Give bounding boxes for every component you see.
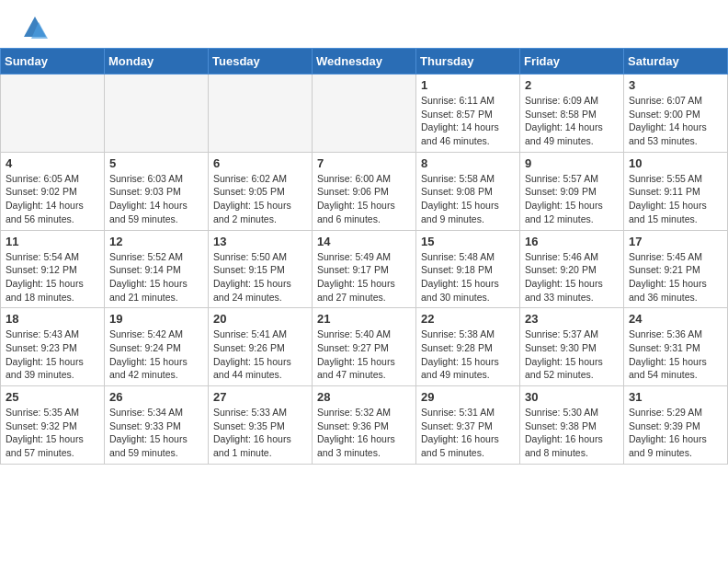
col-header-sunday: Sunday: [1, 49, 105, 75]
calendar-cell: 27Sunrise: 5:33 AMSunset: 9:35 PMDayligh…: [209, 386, 313, 465]
calendar-cell: 25Sunrise: 5:35 AMSunset: 9:32 PMDayligh…: [1, 386, 105, 465]
day-info: Sunrise: 5:49 AMSunset: 9:17 PMDaylight:…: [317, 250, 411, 304]
day-info: Sunrise: 6:09 AMSunset: 8:58 PMDaylight:…: [525, 94, 619, 148]
calendar-cell: 21Sunrise: 5:40 AMSunset: 9:27 PMDayligh…: [313, 308, 416, 386]
day-info: Sunrise: 5:38 AMSunset: 9:28 PMDaylight:…: [421, 327, 515, 382]
day-number: 6: [213, 156, 307, 170]
day-number: 8: [421, 156, 515, 170]
calendar-cell: 3Sunrise: 6:07 AMSunset: 9:00 PMDaylight…: [624, 75, 728, 153]
day-info: Sunrise: 5:43 AMSunset: 9:23 PMDaylight:…: [6, 327, 99, 382]
day-number: 25: [6, 390, 99, 404]
day-info: Sunrise: 5:32 AMSunset: 9:36 PMDaylight:…: [317, 406, 411, 460]
day-number: 18: [6, 312, 99, 326]
day-info: Sunrise: 5:45 AMSunset: 9:21 PMDaylight:…: [629, 250, 722, 304]
day-info: Sunrise: 5:54 AMSunset: 9:12 PMDaylight:…: [6, 250, 99, 304]
day-info: Sunrise: 5:34 AMSunset: 9:33 PMDaylight:…: [109, 406, 203, 460]
day-info: Sunrise: 6:07 AMSunset: 9:00 PMDaylight:…: [629, 94, 722, 148]
calendar-cell: 23Sunrise: 5:37 AMSunset: 9:30 PMDayligh…: [520, 308, 624, 386]
day-number: 29: [421, 390, 515, 404]
calendar-cell: 9Sunrise: 5:57 AMSunset: 9:09 PMDaylight…: [520, 152, 624, 230]
calendar-cell: 22Sunrise: 5:38 AMSunset: 9:28 PMDayligh…: [416, 308, 520, 386]
day-number: 22: [421, 312, 515, 326]
calendar-week-row: 18Sunrise: 5:43 AMSunset: 9:23 PMDayligh…: [1, 308, 728, 386]
calendar-cell: 5Sunrise: 6:03 AMSunset: 9:03 PMDaylight…: [105, 152, 209, 230]
calendar-table: SundayMondayTuesdayWednesdayThursdayFrid…: [0, 48, 728, 465]
calendar-cell: 18Sunrise: 5:43 AMSunset: 9:23 PMDayligh…: [1, 308, 105, 386]
calendar-week-row: 4Sunrise: 6:05 AMSunset: 9:02 PMDaylight…: [1, 152, 728, 230]
day-info: Sunrise: 5:42 AMSunset: 9:24 PMDaylight:…: [109, 327, 203, 382]
day-number: 4: [6, 156, 99, 170]
col-header-saturday: Saturday: [624, 49, 728, 75]
calendar-cell: 26Sunrise: 5:34 AMSunset: 9:33 PMDayligh…: [105, 386, 209, 465]
calendar-week-row: 11Sunrise: 5:54 AMSunset: 9:12 PMDayligh…: [1, 230, 728, 308]
day-info: Sunrise: 5:50 AMSunset: 9:15 PMDaylight:…: [213, 250, 307, 304]
day-number: 10: [629, 156, 722, 170]
calendar-cell: 11Sunrise: 5:54 AMSunset: 9:12 PMDayligh…: [1, 230, 105, 308]
calendar-cell: 29Sunrise: 5:31 AMSunset: 9:37 PMDayligh…: [416, 386, 520, 465]
day-number: 12: [109, 235, 203, 248]
calendar-header-row: SundayMondayTuesdayWednesdayThursdayFrid…: [1, 49, 728, 75]
day-info: Sunrise: 5:30 AMSunset: 9:38 PMDaylight:…: [525, 406, 619, 460]
day-number: 15: [421, 235, 515, 248]
day-number: 7: [317, 156, 411, 170]
calendar-cell: 15Sunrise: 5:48 AMSunset: 9:18 PMDayligh…: [416, 230, 520, 308]
calendar-cell: 6Sunrise: 6:02 AMSunset: 9:05 PMDaylight…: [209, 152, 313, 230]
day-number: 20: [213, 312, 307, 326]
day-info: Sunrise: 5:36 AMSunset: 9:31 PMDaylight:…: [629, 327, 722, 382]
day-number: 11: [6, 235, 99, 248]
calendar-cell: 4Sunrise: 6:05 AMSunset: 9:02 PMDaylight…: [1, 152, 105, 230]
day-info: Sunrise: 6:11 AMSunset: 8:57 PMDaylight:…: [421, 94, 515, 148]
day-info: Sunrise: 5:37 AMSunset: 9:30 PMDaylight:…: [525, 327, 619, 382]
calendar-week-row: 1Sunrise: 6:11 AMSunset: 8:57 PMDaylight…: [1, 75, 728, 153]
calendar-cell: 8Sunrise: 5:58 AMSunset: 9:08 PMDaylight…: [416, 152, 520, 230]
calendar-cell: 19Sunrise: 5:42 AMSunset: 9:24 PMDayligh…: [105, 308, 209, 386]
day-info: Sunrise: 5:55 AMSunset: 9:11 PMDaylight:…: [629, 172, 722, 226]
day-info: Sunrise: 5:35 AMSunset: 9:32 PMDaylight:…: [6, 406, 99, 460]
day-number: 23: [525, 312, 619, 326]
day-info: Sunrise: 5:58 AMSunset: 9:08 PMDaylight:…: [421, 172, 515, 226]
calendar-cell: 24Sunrise: 5:36 AMSunset: 9:31 PMDayligh…: [624, 308, 728, 386]
calendar-cell: 28Sunrise: 5:32 AMSunset: 9:36 PMDayligh…: [313, 386, 416, 465]
calendar-cell: [105, 75, 209, 153]
day-number: 5: [109, 156, 203, 170]
calendar-cell: 17Sunrise: 5:45 AMSunset: 9:21 PMDayligh…: [624, 230, 728, 308]
day-info: Sunrise: 5:33 AMSunset: 9:35 PMDaylight:…: [213, 406, 307, 460]
day-info: Sunrise: 6:03 AMSunset: 9:03 PMDaylight:…: [109, 172, 203, 226]
calendar-cell: 13Sunrise: 5:50 AMSunset: 9:15 PMDayligh…: [209, 230, 313, 308]
day-number: 9: [525, 156, 619, 170]
calendar-cell: [313, 75, 416, 153]
day-number: 30: [525, 390, 619, 404]
calendar-week-row: 25Sunrise: 5:35 AMSunset: 9:32 PMDayligh…: [1, 386, 728, 465]
day-info: Sunrise: 6:05 AMSunset: 9:02 PMDaylight:…: [6, 172, 99, 226]
day-info: Sunrise: 6:02 AMSunset: 9:05 PMDaylight:…: [213, 172, 307, 226]
day-info: Sunrise: 5:57 AMSunset: 9:09 PMDaylight:…: [525, 172, 619, 226]
day-number: 27: [213, 390, 307, 404]
day-number: 31: [629, 390, 722, 404]
calendar-cell: 20Sunrise: 5:41 AMSunset: 9:26 PMDayligh…: [209, 308, 313, 386]
day-number: 3: [629, 78, 722, 92]
day-number: 2: [525, 78, 619, 92]
day-number: 21: [317, 312, 411, 326]
day-number: 13: [213, 235, 307, 248]
day-number: 24: [629, 312, 722, 326]
calendar-cell: 30Sunrise: 5:30 AMSunset: 9:38 PMDayligh…: [520, 386, 624, 465]
col-header-friday: Friday: [520, 49, 624, 75]
day-number: 14: [317, 235, 411, 248]
calendar-cell: 12Sunrise: 5:52 AMSunset: 9:14 PMDayligh…: [105, 230, 209, 308]
day-info: Sunrise: 5:29 AMSunset: 9:39 PMDaylight:…: [629, 406, 722, 460]
col-header-tuesday: Tuesday: [209, 49, 313, 75]
calendar-cell: 7Sunrise: 6:00 AMSunset: 9:06 PMDaylight…: [313, 152, 416, 230]
day-info: Sunrise: 5:52 AMSunset: 9:14 PMDaylight:…: [109, 250, 203, 304]
calendar-cell: 31Sunrise: 5:29 AMSunset: 9:39 PMDayligh…: [624, 386, 728, 465]
day-info: Sunrise: 5:31 AMSunset: 9:37 PMDaylight:…: [421, 406, 515, 460]
day-number: 26: [109, 390, 203, 404]
calendar-cell: 10Sunrise: 5:55 AMSunset: 9:11 PMDayligh…: [624, 152, 728, 230]
day-number: 1: [421, 78, 515, 92]
calendar-cell: 16Sunrise: 5:46 AMSunset: 9:20 PMDayligh…: [520, 230, 624, 308]
day-number: 19: [109, 312, 203, 326]
calendar-cell: 1Sunrise: 6:11 AMSunset: 8:57 PMDaylight…: [416, 75, 520, 153]
calendar-cell: [209, 75, 313, 153]
logo: [22, 15, 51, 40]
calendar-cell: 14Sunrise: 5:49 AMSunset: 9:17 PMDayligh…: [313, 230, 416, 308]
day-info: Sunrise: 5:46 AMSunset: 9:20 PMDaylight:…: [525, 250, 619, 304]
